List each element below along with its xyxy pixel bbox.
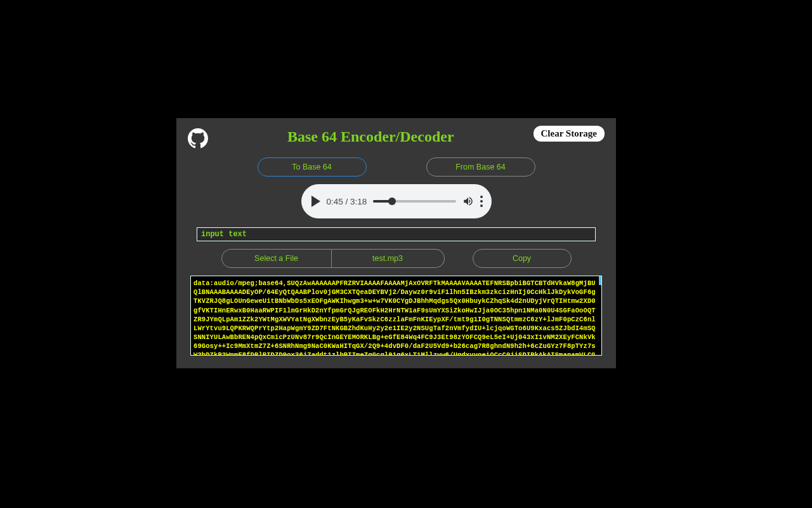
audio-duration: 3:18 [350,197,367,206]
audio-player: 0:45 / 3:18 [301,184,492,218]
input-text-field[interactable] [197,227,596,241]
file-selector-group: Select a File test.mp3 [221,249,445,268]
tab-to-base64[interactable]: To Base 64 [258,157,367,177]
audio-current-time: 0:45 [327,197,343,206]
output-textarea[interactable]: data:audio/mpeg;base64,SUQzAwAAAAAAPFRZR… [190,276,602,356]
input-text-wrap [197,227,596,241]
kebab-menu-icon[interactable] [480,196,483,207]
audio-seek-slider[interactable] [373,200,455,203]
audio-player-wrap: 0:45 / 3:18 [188,184,605,218]
audio-time: 0:45 / 3:18 [327,197,367,206]
action-row: Select a File test.mp3 Copy [188,249,605,268]
volume-icon[interactable] [462,196,474,207]
encode-tabs: To Base 64 From Base 64 [188,157,605,177]
clear-storage-button[interactable]: Clear Storage [534,126,605,142]
output-text-value: data:audio/mpeg;base64,SUQzAwAAAAAAPFRZR… [191,276,601,356]
copy-button[interactable]: Copy [473,249,572,268]
play-icon[interactable] [311,196,320,207]
select-file-button[interactable]: Select a File [221,249,332,268]
app-panel: Base 64 Encoder/Decoder Clear Storage To… [176,118,616,368]
selected-file-name: test.mp3 [332,249,445,268]
tab-from-base64[interactable]: From Base 64 [426,157,535,177]
app-title: Base 64 Encoder/Decoder [287,128,454,145]
github-icon[interactable] [188,128,208,149]
top-row: Base 64 Encoder/Decoder Clear Storage [188,124,605,149]
scrollbar-thumb[interactable] [599,276,601,285]
